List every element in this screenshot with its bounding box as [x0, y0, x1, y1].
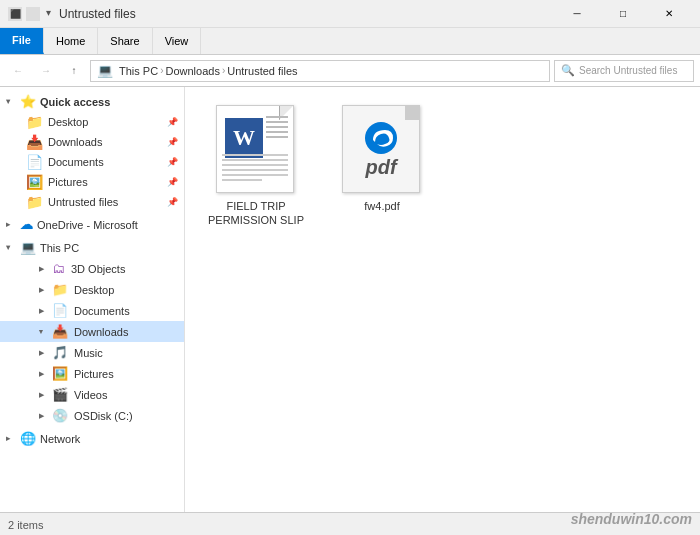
pdf-doc-preview: pdf	[342, 105, 420, 193]
sidebar-item-pc-downloads[interactable]: ▼ 📥 Downloads	[0, 321, 184, 342]
folder-icon: 📄	[52, 303, 68, 318]
expand-icon: ▶	[36, 370, 46, 378]
folder-icon: 📥	[52, 324, 68, 339]
word-lines-bottom	[222, 154, 288, 184]
ribbon-tabs: File Home Share View	[0, 28, 700, 54]
sidebar-item-osdisk[interactable]: ▶ 💿 OSDisk (C:)	[0, 405, 184, 426]
sidebar-item-pc-desktop[interactable]: ▶ 📁 Desktop	[0, 279, 184, 300]
file-item-pdf[interactable]: pdf fw4.pdf	[327, 99, 437, 234]
pin-icon: 📌	[167, 137, 178, 147]
word-lines-right	[266, 116, 288, 141]
sidebar-item-pictures[interactable]: 🖼️ Pictures 📌	[0, 172, 184, 192]
expand-icon: ▶	[36, 286, 46, 294]
folder-icon: 📥	[26, 135, 42, 149]
sidebar-item-music[interactable]: ▶ 🎵 Music	[0, 342, 184, 363]
back-button[interactable]: ←	[6, 59, 30, 83]
tab-share[interactable]: Share	[98, 28, 152, 54]
folder-icon: 🎬	[52, 387, 68, 402]
chevron-down-icon: ▾	[6, 97, 16, 106]
quickaccess-icon: ⭐	[20, 94, 36, 109]
pin-icon: 📌	[167, 177, 178, 187]
chevron-down-icon-pc: ▾	[6, 243, 16, 252]
file-name-word: FIELD TRIP PERMISSION SLIP	[207, 199, 305, 228]
path-part-pc[interactable]: This PC ›	[119, 65, 163, 77]
minimize-button[interactable]: ─	[554, 0, 600, 28]
status-text: 2 items	[8, 519, 43, 531]
expand-icon: ▶	[36, 391, 46, 399]
word-doc-preview: W	[216, 105, 294, 193]
sidebar-section-network: ▸ 🌐 Network	[0, 428, 184, 449]
sidebar-item-pc-pictures[interactable]: ▶ 🖼️ Pictures	[0, 363, 184, 384]
sidebar-item-documents[interactable]: 📄 Documents 📌	[0, 152, 184, 172]
folder-icon: 📁	[52, 282, 68, 297]
tab-file[interactable]: File	[0, 28, 44, 54]
title-bar-icons: ⬛ ▾	[8, 7, 51, 21]
disk-icon: 💿	[52, 408, 68, 423]
file-name-pdf: fw4.pdf	[364, 199, 399, 213]
ribbon: File Home Share View	[0, 28, 700, 55]
maximize-button[interactable]: □	[600, 0, 646, 28]
sidebar: ▾ ⭐ Quick access 📁 Desktop 📌 📥 Downloads…	[0, 87, 185, 512]
folder-icon: 🖼️	[52, 366, 68, 381]
search-icon: 🔍	[561, 64, 575, 77]
expand-icon: ▶	[36, 412, 46, 420]
folder-icon: 🖼️	[26, 175, 42, 189]
path-part-downloads[interactable]: Downloads ›	[165, 65, 225, 77]
forward-button[interactable]: →	[34, 59, 58, 83]
file-thumbnail-word: W	[216, 105, 296, 195]
sidebar-item-videos[interactable]: ▶ 🎬 Videos	[0, 384, 184, 405]
close-button[interactable]: ✕	[646, 0, 692, 28]
title-arrow: ▾	[46, 7, 51, 21]
folder-icon: 🎵	[52, 345, 68, 360]
up-button[interactable]: ↑	[62, 59, 86, 83]
pdf-text: pdf	[365, 156, 396, 179]
file-item-word[interactable]: W	[201, 99, 311, 234]
thispc-icon: 💻	[20, 240, 36, 255]
chevron-right-icon: ▸	[6, 220, 16, 229]
sidebar-quickaccess-header[interactable]: ▾ ⭐ Quick access	[0, 91, 184, 112]
computer-icon: 💻	[97, 63, 113, 78]
main-area: ▾ ⭐ Quick access 📁 Desktop 📌 📥 Downloads…	[0, 87, 700, 512]
content-area: W	[185, 87, 700, 512]
chevron-right-icon-net: ▸	[6, 434, 16, 443]
sidebar-section-onedrive: ▸ ☁ OneDrive - Microsoft	[0, 214, 184, 235]
sidebar-item-untrusted[interactable]: 📁 Untrusted files 📌	[0, 192, 184, 212]
title-icon-1: ⬛	[8, 7, 22, 21]
folder-icon: 📁	[26, 195, 42, 209]
pin-icon: 📌	[167, 157, 178, 167]
pdf-corner	[405, 106, 419, 120]
path-part-current[interactable]: Untrusted files	[227, 65, 297, 77]
edge-icon	[363, 120, 399, 156]
address-bar: ← → ↑ 💻 This PC › Downloads › Untrusted …	[0, 55, 700, 87]
sidebar-item-desktop[interactable]: 📁 Desktop 📌	[0, 112, 184, 132]
expand-icon: ▶	[36, 349, 46, 357]
folder-icon: 📁	[26, 115, 42, 129]
status-bar: 2 items	[0, 512, 700, 535]
window-title: Untrusted files	[59, 7, 136, 21]
sidebar-section-quickaccess: ▾ ⭐ Quick access 📁 Desktop 📌 📥 Downloads…	[0, 91, 184, 212]
expand-icon: ▶	[36, 265, 46, 273]
sidebar-thispc-header[interactable]: ▾ 💻 This PC	[0, 237, 184, 258]
search-box[interactable]: 🔍 Search Untrusted files	[554, 60, 694, 82]
sidebar-item-pc-documents[interactable]: ▶ 📄 Documents	[0, 300, 184, 321]
file-grid: W	[201, 99, 684, 234]
sidebar-section-thispc: ▾ 💻 This PC ▶ 🗂 3D Objects ▶ 📁 Desktop ▶…	[0, 237, 184, 426]
sidebar-network-header[interactable]: ▸ 🌐 Network	[0, 428, 184, 449]
window-controls[interactable]: ─ □ ✕	[554, 0, 692, 28]
sidebar-onedrive-header[interactable]: ▸ ☁ OneDrive - Microsoft	[0, 214, 184, 235]
network-icon: 🌐	[20, 431, 36, 446]
sidebar-item-downloads[interactable]: 📥 Downloads 📌	[0, 132, 184, 152]
expand-icon-down: ▼	[36, 328, 46, 335]
title-bar: ⬛ ▾ Untrusted files ─ □ ✕	[0, 0, 700, 28]
sidebar-item-3dobjects[interactable]: ▶ 🗂 3D Objects	[0, 258, 184, 279]
onedrive-icon: ☁	[20, 217, 33, 232]
word-badge: W	[225, 118, 263, 158]
tab-view[interactable]: View	[153, 28, 202, 54]
expand-icon: ▶	[36, 307, 46, 315]
pin-icon: 📌	[167, 197, 178, 207]
tab-home[interactable]: Home	[44, 28, 98, 54]
address-path[interactable]: 💻 This PC › Downloads › Untrusted files	[90, 60, 550, 82]
file-thumbnail-pdf: pdf	[342, 105, 422, 195]
pin-icon: 📌	[167, 117, 178, 127]
folder-icon: 🗂	[52, 261, 65, 276]
